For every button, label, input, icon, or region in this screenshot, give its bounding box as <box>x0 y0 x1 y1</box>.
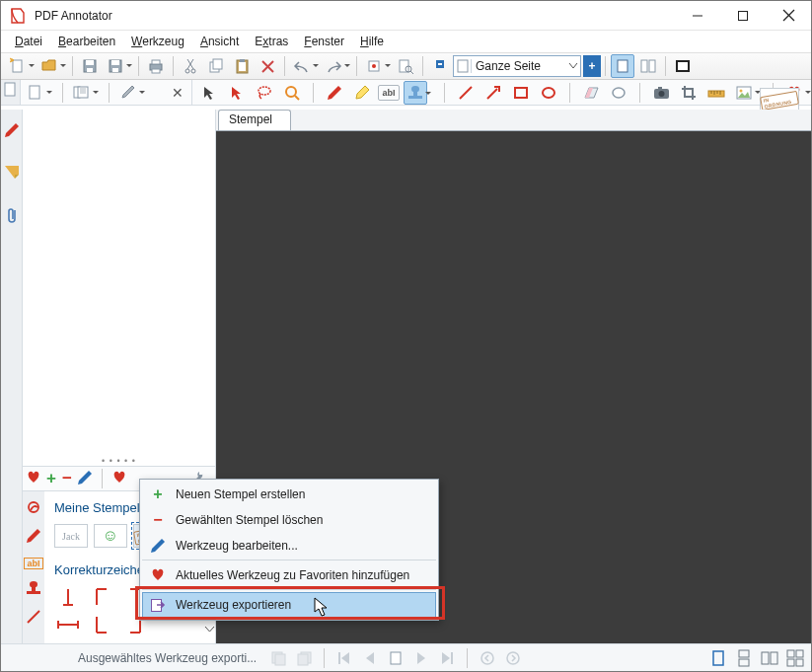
strip-line-icon-2[interactable] <box>27 610 40 627</box>
view-two-page-button[interactable] <box>760 648 779 668</box>
status-prev-annotation[interactable] <box>268 648 288 668</box>
strip-stamp-icon-2[interactable] <box>26 581 41 598</box>
arrow-tool[interactable] <box>481 81 505 105</box>
save-button[interactable] <box>78 54 102 78</box>
ellipse-tool[interactable] <box>537 81 560 105</box>
strip-text-icon-2[interactable]: abI <box>24 558 42 569</box>
menu-hilfe[interactable]: Hilfe <box>352 33 392 50</box>
proofmark-5[interactable] <box>54 614 82 635</box>
snapshot-tool[interactable] <box>649 81 673 105</box>
chevron-down-icon[interactable] <box>205 622 214 635</box>
image-tool[interactable] <box>732 81 756 105</box>
strip-highlight-icon-2[interactable] <box>27 529 40 546</box>
remove-icon[interactable]: − <box>62 469 72 488</box>
strip-pen-icon[interactable] <box>5 123 19 140</box>
strip-note-icon[interactable] <box>5 166 19 182</box>
status-next-annotation[interactable] <box>294 648 314 668</box>
heart-icon-2[interactable] <box>112 471 126 486</box>
panel-tab-pages-icon[interactable] <box>4 82 17 101</box>
text-tool[interactable]: abI <box>378 85 400 101</box>
edit-icon[interactable] <box>78 471 92 487</box>
page-view-button[interactable] <box>70 81 94 105</box>
stamp-tool[interactable] <box>404 81 427 105</box>
print-button[interactable] <box>144 54 168 78</box>
menu-bearbeiten[interactable]: Bearbeiten <box>50 33 123 50</box>
new-document-button[interactable] <box>6 54 30 78</box>
pen-tool[interactable] <box>323 81 346 105</box>
rect-tool[interactable] <box>509 81 533 105</box>
nav-back-button[interactable] <box>478 648 497 668</box>
svg-rect-35 <box>649 60 655 72</box>
stamp-thumb-smiley[interactable]: ☺ <box>94 524 127 548</box>
nav-prev-button[interactable] <box>360 648 380 668</box>
maximize-button[interactable] <box>720 1 766 31</box>
nav-forward-button[interactable] <box>503 648 523 668</box>
nav-next-button[interactable] <box>411 648 431 668</box>
zoom-tool[interactable] <box>280 81 304 105</box>
proofmark-2[interactable] <box>88 586 115 608</box>
minimize-button[interactable] <box>675 1 720 31</box>
view-single-button[interactable] <box>708 648 728 668</box>
menu-fenster[interactable]: Fenster <box>296 33 352 50</box>
nav-first-button[interactable] <box>334 648 354 668</box>
layout-single-page-button[interactable] <box>611 54 634 78</box>
svg-line-29 <box>410 71 413 74</box>
menu-extras[interactable]: Extras <box>247 33 296 50</box>
find-button[interactable] <box>394 54 417 78</box>
zoom-select[interactable]: Ganze Seite <box>453 55 581 77</box>
stamp-thumb-signature[interactable]: Jack <box>54 524 88 548</box>
proofmark-1[interactable] <box>54 586 82 608</box>
ctx-new-stamp[interactable]: + Neuen Stempel erstellen <box>142 482 436 507</box>
svg-rect-97 <box>796 650 803 657</box>
svg-line-49 <box>460 87 472 99</box>
undo-button[interactable] <box>290 54 314 78</box>
menu-ansicht[interactable]: Ansicht <box>192 33 247 50</box>
layout-two-page-button[interactable] <box>636 54 660 78</box>
pan-tool[interactable] <box>225 81 249 105</box>
close-button[interactable] <box>766 1 811 31</box>
commit-annotations-button[interactable] <box>362 54 386 78</box>
tab-stempel[interactable]: Stempel <box>218 110 291 130</box>
cut-button[interactable] <box>179 54 202 78</box>
redo-button[interactable] <box>322 54 345 78</box>
close-panel-button[interactable]: ✕ <box>166 85 189 101</box>
paste-button[interactable] <box>230 54 254 78</box>
view-two-continuous-button[interactable] <box>785 648 805 668</box>
eraser-tool[interactable] <box>579 81 603 105</box>
crop-tool[interactable] <box>677 81 701 105</box>
menu-werkzeug[interactable]: Werkzeug <box>123 33 192 50</box>
ctx-export-tool[interactable]: Werkzeug exportieren <box>142 592 436 618</box>
resize-handle[interactable]: • • • • • <box>23 456 215 466</box>
fullscreen-button[interactable] <box>671 54 695 78</box>
whiteout-tool[interactable] <box>607 81 630 105</box>
marker-tool[interactable] <box>350 81 374 105</box>
svg-rect-92 <box>739 650 749 657</box>
add-icon[interactable]: + <box>46 469 56 488</box>
settings-button[interactable] <box>116 81 140 105</box>
open-button[interactable] <box>37 54 61 78</box>
strip-attachment-icon[interactable] <box>6 207 18 226</box>
new-page-button[interactable] <box>24 81 47 105</box>
zoom-out-button[interactable] <box>428 54 452 78</box>
save-as-button[interactable] <box>104 54 127 78</box>
menu-datei[interactable]: Datei <box>7 33 50 50</box>
delete-button[interactable] <box>256 54 279 78</box>
ctx-edit-tool[interactable]: Werkzeug bearbeiten... <box>142 533 436 560</box>
measure-tool[interactable] <box>704 81 728 105</box>
minus-icon: − <box>150 512 166 528</box>
view-continuous-button[interactable] <box>734 648 754 668</box>
proofmark-6[interactable] <box>88 614 115 635</box>
ctx-add-favorite[interactable]: Aktuelles Werkzeug zu Favoriten hinzufüg… <box>142 562 436 590</box>
nav-last-button[interactable] <box>437 648 457 668</box>
zoom-in-button[interactable]: + <box>583 55 601 77</box>
copy-button[interactable] <box>204 54 228 78</box>
nav-page-indicator[interactable] <box>386 648 406 668</box>
svg-rect-51 <box>515 88 527 98</box>
strip-pen-icon-2[interactable] <box>28 501 40 517</box>
line-tool[interactable] <box>454 81 478 105</box>
heart-icon[interactable] <box>27 471 40 486</box>
lasso-tool[interactable] <box>253 81 276 105</box>
pointer-tool[interactable] <box>197 81 221 105</box>
ctx-delete-stamp[interactable]: − Gewählten Stempel löschen <box>142 507 436 533</box>
svg-rect-85 <box>298 654 308 665</box>
